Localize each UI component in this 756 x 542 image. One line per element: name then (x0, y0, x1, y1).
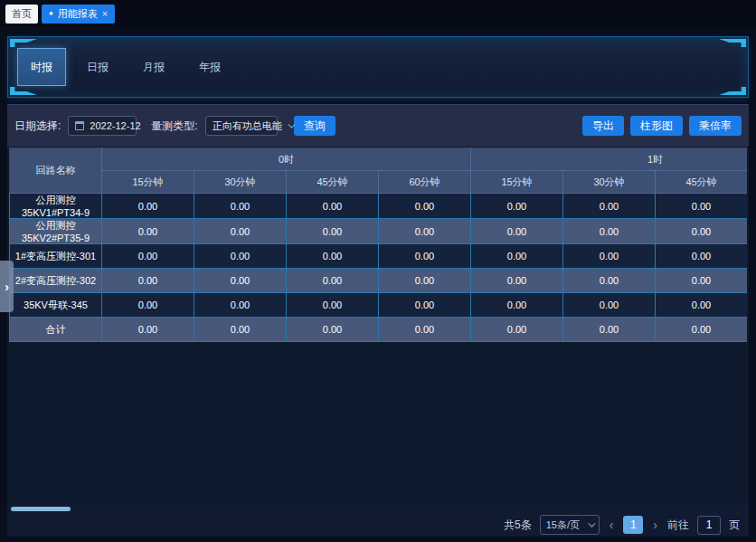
bar-chart-button[interactable]: 柱形图 (630, 116, 683, 136)
table-row: 合计0.000.000.000.000.000.000.000.00 (10, 318, 748, 342)
value-cell: 0.00 (194, 293, 287, 318)
tab-yearly-report[interactable]: 年报 (185, 48, 234, 86)
table-scroll-area[interactable]: 回路名称 0时 1时 15分钟 30分钟 45分钟 60分钟 15分钟 30分钟… (9, 147, 747, 342)
value-cell: 0.00 (194, 194, 287, 219)
value-cell: 0.00 (194, 318, 287, 342)
breadcrumb-bar: 首页 ● 用能报表 × (0, 0, 756, 27)
horizontal-scrollbar[interactable] (7, 505, 749, 513)
value-cell: 0.00 (102, 293, 194, 318)
export-button[interactable]: 导出 (582, 116, 624, 136)
circuit-name-cell: 合计 (10, 318, 102, 342)
value-cell: 0.00 (563, 244, 656, 269)
value-cell: 0.00 (287, 293, 379, 318)
value-cell: 0.00 (563, 293, 656, 318)
value-cell: 0.00 (656, 293, 748, 318)
value-cell: 0.00 (471, 194, 563, 219)
value-cell: 0.00 (656, 318, 748, 342)
value-cell: 0.00 (194, 219, 287, 244)
value-cell: 0.00 (471, 293, 563, 318)
total-count: 共5条 (504, 518, 532, 533)
tab-daily-report[interactable]: 日报 (73, 48, 122, 86)
measure-type-label: 量测类型: (151, 119, 197, 134)
page-suffix-label: 页 (729, 518, 740, 533)
value-cell: 0.00 (379, 269, 471, 293)
date-picker-input[interactable]: 2022-12-12 (68, 116, 137, 136)
value-cell: 0.00 (656, 244, 748, 269)
value-cell: 0.00 (656, 219, 748, 244)
corner-accent-icon (719, 87, 746, 95)
column-header-minute: 60分钟 (379, 171, 471, 194)
column-header-minute: 45分钟 (287, 171, 379, 194)
circuit-name-cell: 公用测控35KV2#PT35-9 (10, 219, 102, 244)
corner-accent-icon (10, 87, 37, 95)
table-row: 2#变高压测控-3020.000.000.000.000.000.000.000… (10, 269, 748, 293)
close-icon[interactable]: × (102, 8, 108, 19)
value-cell: 0.00 (379, 293, 471, 318)
main-panel: 日期选择: 2022-12-12 量测类型: 正向有功总电能 查询 导出 柱形图… (7, 104, 749, 537)
value-cell: 0.00 (102, 244, 194, 269)
column-header-minute: 30分钟 (194, 171, 287, 194)
table-row: 公用测控35KV2#PT35-90.000.000.000.000.000.00… (10, 219, 748, 244)
chevron-down-icon (588, 519, 595, 527)
value-cell: 0.00 (379, 244, 471, 269)
breadcrumb-active-label: 用能报表 (58, 7, 98, 21)
next-page-button[interactable]: › (651, 518, 659, 532)
column-header-minute: 15分钟 (471, 171, 563, 194)
corner-accent-icon (10, 39, 37, 47)
value-cell: 0.00 (102, 219, 194, 244)
query-button[interactable]: 查询 (294, 116, 335, 136)
report-tab-panel: 时报 日报 月报 年报 (7, 36, 749, 98)
filter-row: 日期选择: 2022-12-12 量测类型: 正向有功总电能 查询 导出 柱形图… (7, 105, 749, 147)
circuit-name-cell: 35KV母联-345 (10, 293, 102, 318)
value-cell: 0.00 (379, 219, 471, 244)
value-cell: 0.00 (471, 318, 563, 342)
page-size-value: 15条/页 (546, 518, 580, 532)
measure-type-value: 正向有功总电能 (213, 119, 282, 133)
value-cell: 0.00 (287, 194, 379, 219)
value-cell: 0.00 (563, 219, 656, 244)
value-cell: 0.00 (563, 269, 656, 293)
column-group-hour-0: 0时 (102, 148, 471, 171)
page-size-select[interactable]: 15条/页 (540, 515, 600, 535)
measure-type-select[interactable]: 正向有功总电能 (205, 116, 278, 136)
value-cell: 0.00 (379, 194, 471, 219)
goto-page-input[interactable] (697, 516, 721, 535)
date-select-label: 日期选择: (14, 119, 61, 134)
calendar-icon (75, 121, 84, 130)
breadcrumb-home-tab[interactable]: 首页 (5, 5, 38, 24)
corner-accent-icon (719, 39, 746, 47)
value-cell: 0.00 (287, 318, 379, 342)
table-body: 公用测控35KV1#PT34-90.000.000.000.000.000.00… (10, 194, 748, 342)
value-cell: 0.00 (563, 318, 656, 342)
value-cell: 0.00 (656, 269, 748, 293)
screen: 首页 ● 用能报表 × 时报 日报 月报 年报 日期选择: 2022-12-12… (0, 0, 756, 542)
value-cell: 0.00 (471, 244, 563, 269)
prev-page-button[interactable]: ‹ (608, 518, 616, 532)
value-cell: 0.00 (194, 244, 287, 269)
multiply-rate-button[interactable]: 乘倍率 (689, 116, 742, 136)
tab-monthly-report[interactable]: 月报 (129, 48, 178, 86)
value-cell: 0.00 (102, 318, 194, 342)
table-row: 公用测控35KV1#PT34-90.000.000.000.000.000.00… (10, 194, 748, 219)
side-panel-expander[interactable]: › (0, 261, 14, 312)
page-1-button[interactable]: 1 (623, 516, 643, 534)
chevron-right-icon: › (5, 280, 9, 294)
table-zone: 回路名称 0时 1时 15分钟 30分钟 45分钟 60分钟 15分钟 30分钟… (7, 147, 749, 505)
value-cell: 0.00 (379, 318, 471, 342)
value-cell: 0.00 (287, 269, 379, 293)
value-cell: 0.00 (287, 219, 379, 244)
value-cell: 0.00 (471, 219, 563, 244)
tab-hourly-report[interactable]: 时报 (17, 48, 66, 86)
column-header-minute: 45分钟 (656, 171, 748, 194)
circuit-name-cell: 公用测控35KV1#PT34-9 (10, 194, 102, 219)
table-row: 1#变高压测控-3010.000.000.000.000.000.000.000… (10, 244, 748, 269)
pagination: 共5条 15条/页 ‹ 1 › 前往 页 (7, 513, 749, 537)
scrollbar-thumb[interactable] (11, 507, 71, 511)
date-value: 2022-12-12 (90, 120, 140, 131)
breadcrumb-active-tab[interactable]: ● 用能报表 × (42, 5, 115, 24)
circuit-name-cell: 1#变高压测控-301 (10, 244, 102, 269)
dot-icon: ● (49, 10, 53, 17)
column-header-minute: 15分钟 (102, 171, 194, 194)
value-cell: 0.00 (102, 194, 194, 219)
value-cell: 0.00 (471, 269, 563, 293)
